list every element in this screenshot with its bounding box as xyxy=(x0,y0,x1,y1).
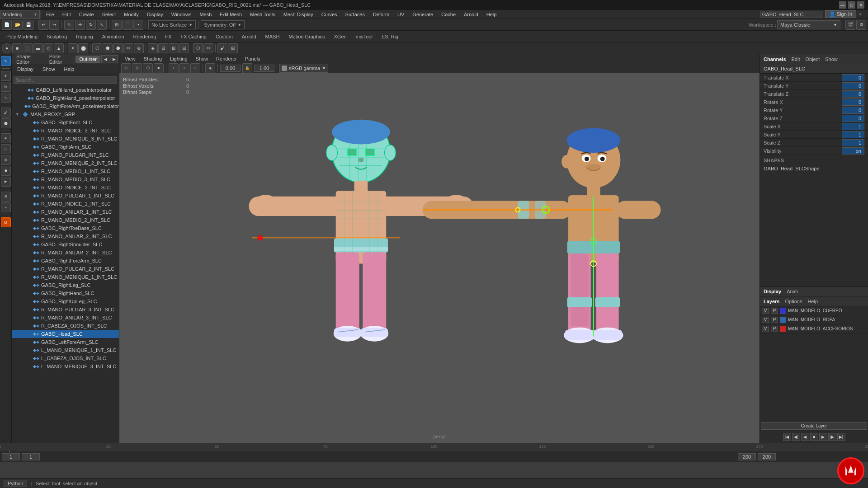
tab-rendering[interactable]: Rendering xyxy=(129,33,161,40)
menu-edit[interactable]: Edit xyxy=(59,11,75,18)
play-fwd-btn[interactable]: ▶ xyxy=(819,433,827,441)
cb-tab2-anim[interactable]: Anim xyxy=(787,289,798,294)
snap-edge-btn[interactable]: ⬤ xyxy=(78,43,88,53)
extrude-btn[interactable]: ⬡ xyxy=(92,43,102,53)
menu-generate[interactable]: Generate xyxy=(409,11,437,18)
cb-tab-show[interactable]: Show xyxy=(825,56,838,62)
viewport-content[interactable]: Bifrost Particles: 0 Bifrost Voxels: 0 B… xyxy=(119,73,760,443)
menu-help[interactable]: Help xyxy=(483,11,500,18)
cut-uv-btn[interactable]: ✂ xyxy=(203,43,213,53)
save-scene-btn[interactable]: 💾 xyxy=(24,20,33,30)
vp-lock-btn[interactable]: 🔒 xyxy=(242,63,252,73)
menu-select[interactable]: Select xyxy=(99,11,120,18)
unwrap-btn[interactable]: ⬡ xyxy=(193,43,203,53)
layer-visibility-btn[interactable]: V xyxy=(762,326,769,332)
channel-row-translate-z[interactable]: Translate Z0 xyxy=(760,90,868,98)
cb-tab2-display[interactable]: Display xyxy=(764,289,781,294)
outliner-item-r_mano_indice_2_int_slc[interactable]: R_MANO_INDICE_2_INT_SLC xyxy=(12,183,119,192)
outliner-item-gabo_righthand_slc[interactable]: GABO_RightHand_SLC xyxy=(12,289,119,297)
channel-row-rotate-y[interactable]: Rotate Y0 xyxy=(760,106,868,114)
show-hide-vtool-btn[interactable]: 👁 xyxy=(1,133,11,143)
move-vtool-btn[interactable]: ✛ xyxy=(1,71,11,81)
outliner-item-gabo_head_slc[interactable]: GABO_Head_SLC xyxy=(12,330,119,338)
play-back-btn[interactable]: ◀ xyxy=(801,433,809,441)
menu-arnold[interactable]: Arnold xyxy=(460,11,482,18)
channel-row-scale-z[interactable]: Scale Z1 xyxy=(760,139,868,147)
layer-row-man_modelo_ropa[interactable]: VPMAN_MODELO_ROPA xyxy=(760,315,868,324)
menu-curves[interactable]: Curves xyxy=(318,11,341,18)
viewport-menu-panels[interactable]: Panels xyxy=(241,55,264,62)
maya-logo-btn[interactable]: M xyxy=(1,217,11,227)
current-frame-input[interactable] xyxy=(2,453,20,460)
menu-mesh[interactable]: Mesh xyxy=(196,11,215,18)
move-tool-btn[interactable]: ✛ xyxy=(75,20,85,30)
snap-curve-btn[interactable]: ⌒ xyxy=(123,20,132,30)
grid-vtool-btn[interactable]: ⊞ xyxy=(1,192,11,202)
open-scene-btn[interactable]: 📂 xyxy=(13,20,23,30)
channel-row-scale-y[interactable]: Scale Y1 xyxy=(760,131,868,139)
smooth-btn[interactable]: ◈ xyxy=(148,43,158,53)
menu-mesh-tools[interactable]: Mesh Tools xyxy=(246,11,278,18)
layer-row-man_modelo_accesorios[interactable]: VPMAN_MODELO_ACCESORIOS xyxy=(760,324,868,333)
outliner-item-r_mano_medio_1_int_slc[interactable]: R_MANO_MEDIO_1_INT_SLC xyxy=(12,167,119,175)
menu-file[interactable]: File xyxy=(42,11,58,18)
outliner-item-r_cabeza_ojos_int_slc[interactable]: R_CABEZA_OJOS_INT_SLC xyxy=(12,322,119,330)
menu-surfaces[interactable]: Surfaces xyxy=(342,11,368,18)
gamma-selector[interactable]: sRGB gamma ▼ xyxy=(279,64,328,73)
scale-vtool-btn[interactable]: ⤡ xyxy=(1,93,11,103)
outliner-item-l_mano_menique_1_int_slc[interactable]: L_MANO_MENIQUE_1_INT_SLC xyxy=(12,346,119,354)
outliner-item-r_mano_menique_2_int_slc[interactable]: R_MANO_MENIQUE_2_INT_SLC xyxy=(12,159,119,167)
anim-end-input[interactable] xyxy=(738,453,756,460)
range-end-input[interactable] xyxy=(758,453,776,460)
layer-visibility-btn[interactable]: V xyxy=(762,317,769,323)
vp-solid-btn[interactable]: ■ xyxy=(154,63,164,73)
viewport-menu-lighting[interactable]: Lighting xyxy=(166,55,191,62)
layer-playback-btn[interactable]: P xyxy=(771,308,778,314)
menu-display[interactable]: Display xyxy=(143,11,167,18)
target-weld-btn[interactable]: ⊕ xyxy=(134,43,144,53)
tab-poly-modeling[interactable]: Poly Modeling xyxy=(2,33,42,40)
deform-vtool-btn[interactable]: ⬢ xyxy=(1,166,11,176)
viewport-menu-shading[interactable]: Shading xyxy=(140,55,165,62)
outliner-item-l_mano_menique_3_int_slc[interactable]: L_MANO_MENIQUE_3_INT_SLC xyxy=(12,362,119,371)
tab-fx-caching[interactable]: FX Caching xyxy=(176,33,211,40)
outliner-item-r_mano_indice_1_int_slc[interactable]: R_MANO_INDICE_1_INT_SLC xyxy=(12,200,119,208)
rotate-vtool-btn[interactable]: ↻ xyxy=(1,82,11,92)
component-editor-btn[interactable]: ⊞ xyxy=(228,43,238,53)
tab-sculpting[interactable]: Sculpting xyxy=(42,33,71,40)
outliner-item-gabo_rightshoulder_slc[interactable]: GABO_RightShoulder_SLC xyxy=(12,240,119,249)
vp-grid-btn[interactable]: ⊞ xyxy=(132,63,142,73)
outliner-item-gabo_righttoebase_slc[interactable]: GABO_RightToeBase_SLC xyxy=(12,224,119,232)
lasso-vtool-btn[interactable]: ⬤ xyxy=(1,118,11,128)
cb-tab-edit[interactable]: Edit xyxy=(792,56,800,62)
outliner-item-gabo_rightfoot_slc[interactable]: GABO_RightFoot_SLC xyxy=(12,118,119,127)
constraint-vtool-btn[interactable]: ⊞ xyxy=(1,155,11,165)
outliner-item-r_mano_anilar_2_int_slc[interactable]: R_MANO_ANILAR_2_INT_SLC xyxy=(12,232,119,240)
tab-mash[interactable]: MASH xyxy=(261,33,284,40)
outliner-search[interactable] xyxy=(14,76,117,84)
stop-btn[interactable]: ■ xyxy=(810,433,818,441)
menu-deform[interactable]: Deform xyxy=(369,11,393,18)
outliner-item-r_mano_anilar_2_int_slc[interactable]: R_MANO_ANILAR_2_INT_SLC xyxy=(12,249,119,257)
mirror-btn[interactable]: ⊟ xyxy=(158,43,168,53)
snap-grid-btn[interactable]: ⊞ xyxy=(112,20,122,30)
workspace-selector[interactable]: Maya Classic ▼ xyxy=(777,20,840,29)
outliner-item-r_mano_pulgar_int_slc[interactable]: R_MANO_PULGAR_INT_SLC xyxy=(12,151,119,159)
panel-scroll-right[interactable]: ▶ xyxy=(110,55,118,63)
tab-es-rig[interactable]: ES_Rig xyxy=(377,33,403,40)
vp-xray-btn[interactable]: ◈ xyxy=(205,63,215,73)
tab-pose-editor[interactable]: Pose Editor xyxy=(46,53,75,66)
cube-tool-btn[interactable]: ■ xyxy=(12,43,22,53)
sphere-tool-btn[interactable]: ● xyxy=(2,43,12,53)
channel-row-translate-y[interactable]: Translate Y0 xyxy=(760,82,868,90)
outliner-item-r_mano_pulgar_2_int_slc[interactable]: R_MANO_PULGAR_2_INT_SLC xyxy=(12,265,119,273)
tab-fx[interactable]: FX xyxy=(160,33,176,40)
vp-res-high-btn[interactable]: 3 xyxy=(190,63,200,73)
layer-vtool-btn[interactable]: ≡ xyxy=(1,202,11,212)
new-scene-btn[interactable]: 📄 xyxy=(2,20,12,30)
panel-scroll-left[interactable]: ◀ xyxy=(101,55,109,63)
outliner-menu-show[interactable]: Show xyxy=(39,66,59,73)
cb-tab3-options[interactable]: Options xyxy=(785,299,802,304)
paint-vtool-btn[interactable]: 🖌 xyxy=(1,108,11,117)
multi-cut-btn[interactable]: ✂ xyxy=(123,43,133,53)
